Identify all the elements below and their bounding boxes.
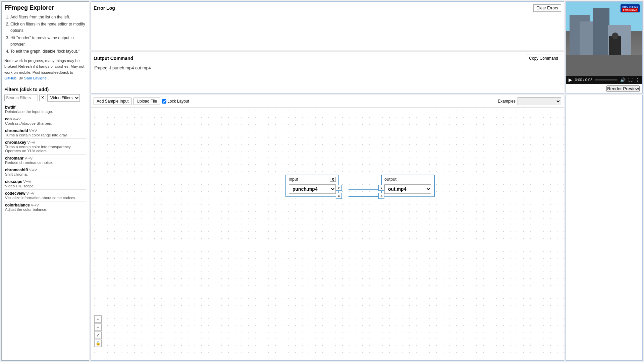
news-badge: ABC NEWS Exclusive — [621, 4, 640, 12]
exclusive-label: Exclusive — [622, 8, 638, 12]
filter-name: ciescope — [5, 179, 22, 184]
instructions-list: Add filters from the list on the left. C… — [4, 14, 86, 55]
app-title: FFmpeg Explorer — [4, 4, 86, 11]
error-log-title: Error Log — [94, 5, 115, 11]
error-log-header: Error Log Clear Errors — [94, 4, 561, 12]
filter-desc: Reduce chrominance noise. — [5, 161, 86, 165]
play-button[interactable]: ▶ — [569, 77, 572, 82]
output-node[interactable]: output out.mp4 v a — [381, 175, 435, 197]
filter-name: chromashift — [5, 168, 28, 172]
filter-item[interactable]: chromashift V⇒VShift chroma. — [4, 166, 86, 178]
building-3 — [593, 8, 609, 55]
node-canvas[interactable]: input X punch.mp4 v a output out.mp4 — [91, 108, 564, 360]
video-panel: ABC NEWS Exclusive ▶ 0:00 / 0:03 🔊 ⛶ ⋮ R… — [566, 1, 643, 94]
connection-svg — [91, 108, 564, 360]
filter-name: codecview — [5, 191, 25, 196]
filter-desc: Turns a certain color range into gray. — [5, 133, 86, 137]
output-node-body: out.mp4 — [382, 183, 434, 196]
input-port-a-out[interactable]: a — [336, 193, 342, 199]
canvas-controls: + − ⤢ 🔒 — [94, 315, 102, 347]
examples-group: Examples — [498, 97, 561, 105]
filter-desc: Adjust the color balance. — [5, 207, 86, 212]
filter-desc: Contrast Adaptive Sharpen. — [5, 121, 86, 125]
filter-badge: V⇒V — [28, 168, 37, 172]
fit-button[interactable]: ⤢ — [94, 331, 102, 339]
filter-item[interactable]: ciescope V⇒VVideo CIE scope. — [4, 178, 86, 190]
volume-icon[interactable]: 🔊 — [620, 77, 626, 82]
input-node[interactable]: input X punch.mp4 v a — [285, 175, 339, 197]
fullscreen-icon[interactable]: ⛶ — [628, 77, 633, 82]
node-editor: Add Sample Input Upload File Lock Layout… — [91, 95, 564, 361]
fit-icon: ⤢ — [96, 333, 100, 338]
filter-item[interactable]: codecview V⇒VVisualize information about… — [4, 190, 86, 201]
output-node-label: output — [384, 177, 396, 182]
filter-search-row: X Video Filters — [4, 94, 86, 102]
filter-item[interactable]: bwdifDeinterlace the input image. — [4, 104, 86, 115]
filter-badge: V⇒V — [22, 180, 31, 184]
filter-item[interactable]: chromahold V⇒VTurns a certain color rang… — [4, 127, 86, 139]
video-area: ABC NEWS Exclusive — [566, 2, 642, 76]
sidebar-note: Note: work in progress, many things may … — [4, 58, 86, 81]
output-command-title: Output Command — [94, 56, 133, 61]
filter-item[interactable]: colorbalance V⇒VAdjust the color balance… — [4, 201, 86, 213]
zoom-in-button[interactable]: + — [94, 315, 102, 323]
filters-section: Filters (click to add) X Video Filters b… — [4, 87, 86, 358]
filter-name: cas — [5, 117, 12, 121]
filter-badge: V⇒V — [26, 140, 35, 144]
person-head — [612, 33, 619, 39]
add-sample-input-button[interactable]: Add Sample Input — [94, 98, 131, 105]
video-progress-bar[interactable] — [595, 79, 618, 80]
filter-desc: Turns a certain color into transparency.… — [5, 145, 86, 153]
right-bottom-panel — [566, 95, 643, 361]
output-file-select[interactable]: out.mp4 — [384, 184, 431, 194]
top-center: Error Log Clear Errors Output Command Co… — [91, 1, 564, 94]
lock-layout-label[interactable]: Lock Layout — [162, 99, 189, 104]
lock-icon: 🔒 — [96, 341, 101, 346]
filter-badge: V⇒V — [12, 117, 21, 121]
search-clear-button[interactable]: X — [39, 95, 46, 101]
lock-layout-text: Lock Layout — [167, 99, 189, 104]
render-preview-row: Render Preview — [566, 84, 642, 93]
filter-item[interactable]: cas V⇒VContrast Adaptive Sharpen. — [4, 115, 86, 127]
author-link[interactable]: Sam Lavigne — [24, 76, 47, 80]
copy-command-button[interactable]: Copy Command — [526, 55, 561, 62]
input-node-header: input X — [286, 175, 338, 183]
filter-name: chromahold — [5, 128, 28, 133]
instruction-3: Hit "render" to preview the output in br… — [10, 35, 86, 48]
more-icon[interactable]: ⋮ — [635, 77, 640, 82]
filter-item[interactable]: chromakey V⇒VTurns a certain color into … — [4, 139, 86, 155]
filter-list: bwdifDeinterlace the input image.cas V⇒V… — [4, 104, 86, 358]
lock-layout-checkbox[interactable] — [162, 99, 166, 104]
lock-button[interactable]: 🔒 — [94, 340, 102, 347]
filter-badge: V⇒V — [30, 203, 39, 207]
examples-select[interactable] — [518, 97, 561, 105]
filter-type-select[interactable]: Video Filters — [47, 94, 80, 102]
input-file-select[interactable]: punch.mp4 — [289, 184, 336, 194]
command-text: ffmpeg -i punch.mp4 out.mp4 — [94, 64, 561, 72]
zoom-out-button[interactable]: − — [94, 323, 102, 331]
filter-name: chromanr — [5, 156, 23, 161]
filter-name: bwdif — [5, 105, 15, 110]
error-log-panel: Error Log Clear Errors — [91, 1, 564, 50]
node-toolbar: Add Sample Input Upload File Lock Layout… — [91, 95, 564, 108]
instruction-4: To edit the graph, disable "lock layout.… — [10, 48, 86, 55]
street — [566, 55, 642, 76]
abc-news-label: ABC NEWS — [622, 5, 638, 8]
output-port-v-in[interactable]: v — [378, 185, 384, 191]
upload-file-button[interactable]: Upload File — [133, 98, 160, 105]
output-port-a-in[interactable]: a — [378, 193, 384, 199]
github-link[interactable]: GitHub — [4, 76, 16, 80]
filter-badge: V⇒V — [25, 191, 35, 195]
input-node-close[interactable]: X — [330, 177, 336, 182]
input-node-label: input — [289, 177, 298, 182]
search-input[interactable] — [4, 95, 38, 101]
video-progress-fill — [595, 79, 595, 80]
filter-name: colorbalance — [5, 203, 30, 207]
video-controls: ▶ 0:00 / 0:03 🔊 ⛶ ⋮ — [566, 76, 642, 84]
input-port-v-out[interactable]: v — [336, 185, 342, 191]
render-preview-button[interactable]: Render Preview — [606, 85, 640, 92]
filter-item[interactable]: chromanr V⇒VReduce chrominance noise. — [4, 155, 86, 166]
clear-errors-button[interactable]: Clear Errors — [533, 4, 561, 12]
video-time: 0:00 / 0:03 — [575, 78, 592, 82]
examples-label: Examples — [498, 99, 516, 104]
